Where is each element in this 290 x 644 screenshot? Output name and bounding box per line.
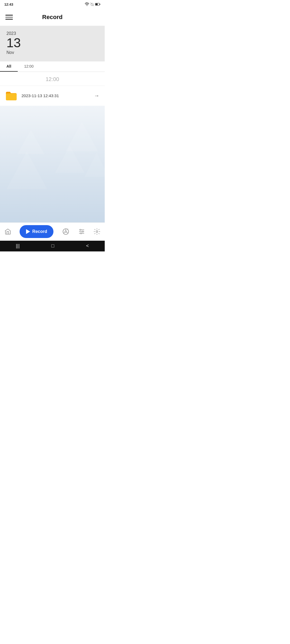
svg-point-0 — [87, 5, 87, 6]
svg-point-21 — [82, 231, 83, 232]
status-bar: 12:43 — [0, 0, 105, 9]
content-area: 12:00 2023-11-13 12:43:31 → — [0, 72, 105, 222]
background-decoration — [0, 106, 105, 222]
tab-bar: All 12:00 — [0, 61, 105, 72]
page-title: Record — [42, 14, 63, 21]
svg-point-23 — [96, 231, 98, 233]
svg-marker-8 — [7, 151, 47, 189]
steering-icon — [62, 228, 70, 235]
svg-line-16 — [67, 229, 68, 229]
arrow-right-icon: → — [94, 93, 99, 99]
record-timestamp: 2023-11-13 12:43:31 — [21, 93, 94, 98]
status-time: 12:43 — [4, 2, 13, 6]
date-year: 2023 — [6, 31, 98, 36]
svg-point-20 — [80, 229, 81, 230]
nav-settings[interactable] — [93, 228, 100, 235]
record-item[interactable]: 2023-11-13 12:43:31 → — [0, 86, 105, 106]
folder-icon — [5, 91, 17, 101]
date-day: 13 — [6, 36, 98, 50]
svg-line-15 — [67, 232, 68, 233]
svg-line-14 — [64, 232, 65, 233]
back-button[interactable]: < — [86, 243, 89, 249]
svg-rect-5 — [100, 4, 100, 5]
alarm-off-icon — [90, 2, 94, 6]
play-icon — [26, 229, 30, 234]
wifi-icon — [85, 2, 89, 6]
tab-1200[interactable]: 12:00 — [18, 61, 40, 72]
nav-filter[interactable] — [78, 228, 85, 235]
bottom-nav: Record — [0, 222, 105, 241]
filter-icon — [78, 228, 85, 235]
record-button[interactable]: Record — [20, 225, 53, 238]
menu-button[interactable] — [5, 15, 13, 20]
system-nav-bar: ||| □ < — [0, 241, 105, 251]
svg-marker-10 — [85, 153, 105, 177]
nav-home[interactable] — [4, 228, 11, 235]
settings-icon — [93, 228, 100, 235]
time-section-label: 12:00 — [0, 72, 105, 86]
svg-point-22 — [80, 233, 81, 234]
date-panel: 2023 13 Nov — [0, 26, 105, 61]
svg-rect-4 — [96, 3, 98, 5]
battery-icon — [95, 3, 100, 6]
recent-apps-button[interactable]: ||| — [16, 243, 20, 249]
tab-all[interactable]: All — [0, 61, 18, 72]
status-icons — [85, 2, 100, 6]
home-button[interactable]: □ — [51, 243, 54, 249]
svg-marker-9 — [55, 146, 85, 173]
home-icon — [4, 228, 11, 235]
record-button-label: Record — [32, 229, 47, 234]
date-month: Nov — [6, 50, 98, 55]
nav-drive[interactable] — [62, 228, 70, 235]
app-header: Record — [0, 9, 105, 26]
